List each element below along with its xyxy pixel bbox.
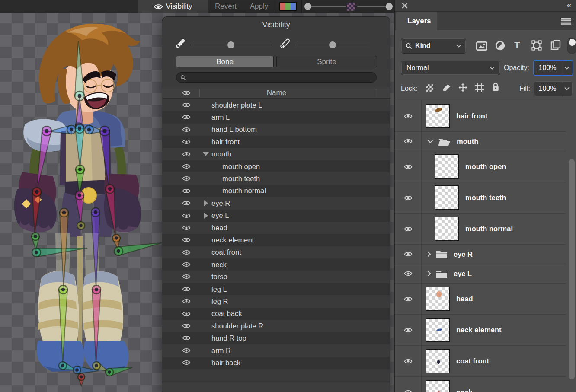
layer-thumbnail[interactable] [435, 217, 459, 241]
visibility-row[interactable]: mouth normal [162, 185, 390, 197]
layer-thumbnail[interactable] [426, 380, 450, 392]
slider-thumb[interactable] [386, 3, 393, 10]
layer-row[interactable]: mouth teeth [395, 182, 566, 214]
group-expander-icon[interactable] [427, 140, 433, 143]
layer-eye-toggle[interactable] [395, 245, 422, 264]
layer-name[interactable]: neck element [456, 326, 502, 334]
lock-artboard-icon[interactable] [475, 83, 484, 94]
visibility-row[interactable]: head [162, 222, 390, 234]
blend-mode-dropdown[interactable]: Normal [401, 61, 500, 75]
layer-row[interactable]: mouth [395, 132, 566, 151]
visibility-eye-toggle[interactable] [182, 213, 191, 219]
sprite-opacity-slider[interactable] [357, 6, 391, 7]
expander-down-icon[interactable] [203, 152, 209, 156]
visibility-row[interactable]: coat back [162, 308, 390, 320]
opacity-value[interactable]: 100% [534, 61, 561, 75]
bone-joint[interactable] [77, 222, 85, 229]
visibility-eye-toggle[interactable] [182, 335, 191, 341]
layer-thumbnail[interactable] [426, 318, 450, 342]
layer-row[interactable]: mouth open [395, 151, 566, 182]
bone-hand-l[interactable] [32, 233, 39, 250]
layer-name[interactable]: hair front [456, 112, 487, 120]
layer-eye-toggle[interactable] [395, 346, 422, 376]
filter-toggle[interactable] [567, 38, 576, 54]
expander-right-icon[interactable] [204, 200, 208, 206]
bone-color-swatch[interactable] [279, 2, 297, 11]
layer-name[interactable]: coat front [456, 357, 489, 365]
bone-gizmo-slider[interactable] [191, 45, 271, 45]
fill-field[interactable]: 100% [534, 81, 573, 96]
layer-name[interactable]: mouth teeth [465, 194, 506, 202]
layer-name[interactable]: mouth normal [465, 225, 513, 233]
layer-eye-toggle[interactable] [395, 264, 422, 283]
layer-eye-toggle[interactable] [395, 377, 422, 392]
layer-eye-toggle[interactable] [395, 182, 422, 213]
layer-eye-toggle[interactable] [395, 151, 422, 182]
visibility-row[interactable]: arm L [162, 111, 390, 123]
tab-bone[interactable]: Bone [176, 56, 274, 67]
visibility-eye-toggle[interactable] [182, 286, 191, 292]
slider-thumb[interactable] [227, 41, 234, 48]
filter-pixel-layers-icon[interactable] [476, 41, 487, 52]
filter-shape-icon[interactable] [531, 40, 542, 52]
visibility-eye-toggle[interactable] [182, 360, 191, 366]
layer-eye-toggle[interactable] [395, 284, 422, 314]
visibility-row[interactable]: mouth teeth [162, 172, 390, 185]
layer-eye-toggle[interactable] [395, 214, 422, 244]
visibility-eye-toggle[interactable] [182, 237, 191, 243]
bone-hand-r-tip[interactable] [114, 243, 162, 255]
group-expander-icon[interactable] [427, 271, 431, 277]
panel-menu-icon[interactable] [561, 18, 571, 25]
visibility-row[interactable]: hand L bottom [162, 124, 390, 136]
visibility-row[interactable]: mouth [162, 148, 390, 160]
layer-eye-toggle[interactable] [395, 101, 422, 131]
visibility-toggle-button[interactable]: Visibility [138, 0, 208, 13]
layer-thumbnail[interactable] [426, 287, 450, 311]
chevron-down-icon[interactable] [561, 61, 573, 75]
fill-value[interactable]: 100% [534, 81, 561, 96]
visibility-eye-toggle[interactable] [182, 188, 191, 194]
layer-row[interactable]: eye L [395, 264, 566, 284]
lock-position-icon[interactable] [458, 83, 467, 94]
group-expander-icon[interactable] [427, 251, 431, 257]
layer-row[interactable]: neck [395, 377, 566, 392]
layer-eye-toggle[interactable] [395, 315, 422, 345]
revert-button[interactable]: Revert [208, 0, 243, 13]
lock-brush-icon[interactable] [442, 83, 451, 94]
layer-name[interactable]: head [456, 295, 473, 303]
chevron-down-icon[interactable] [561, 81, 573, 96]
layer-row[interactable]: mouth normal [395, 214, 566, 245]
visibility-row[interactable]: neck [162, 258, 390, 271]
visibility-row[interactable]: eye L [162, 210, 390, 222]
filter-adjustment-icon[interactable] [495, 41, 505, 52]
visibility-row[interactable]: leg R [162, 295, 390, 307]
lock-transparency-icon[interactable] [426, 84, 433, 92]
tab-layers[interactable]: Layers [396, 12, 437, 30]
layer-thumbnail[interactable] [426, 349, 450, 373]
collapse-panel-icon[interactable]: « [566, 0, 571, 10]
visibility-eye-toggle[interactable] [182, 249, 191, 255]
kind-filter-dropdown[interactable]: Kind [401, 38, 466, 54]
visibility-eye-toggle[interactable] [182, 102, 191, 108]
filter-smart-object-icon[interactable] [550, 40, 561, 52]
visibility-eye-toggle[interactable] [182, 323, 191, 329]
visibility-eye-toggle[interactable] [182, 114, 191, 120]
layer-thumbnail[interactable] [435, 154, 459, 179]
layer-row[interactable]: coat front [395, 346, 566, 377]
layer-row[interactable]: neck element [395, 315, 566, 346]
visibility-eye-toggle[interactable] [182, 175, 191, 182]
visibility-eye-toggle[interactable] [182, 261, 191, 268]
visibility-row[interactable]: leg L [162, 283, 390, 295]
visibility-row[interactable]: neck element [162, 234, 390, 246]
lock-all-icon[interactable] [492, 82, 499, 93]
visibility-row[interactable]: mouth open [162, 160, 390, 172]
filter-type-icon[interactable]: T [514, 40, 520, 51]
layer-thumbnail[interactable] [426, 104, 450, 128]
visibility-eye-toggle[interactable] [182, 298, 191, 304]
layers-scrollbar[interactable] [569, 159, 575, 379]
visibility-eye-toggle[interactable] [182, 225, 191, 231]
visibility-row[interactable]: arm R [162, 344, 390, 357]
layer-row[interactable]: eye R [395, 245, 566, 264]
visibility-eye-toggle[interactable] [182, 127, 191, 133]
expander-right-icon[interactable] [204, 213, 208, 219]
